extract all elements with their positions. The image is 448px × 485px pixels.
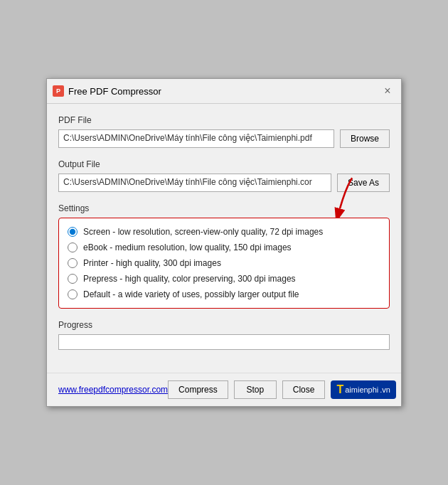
main-window: P Free PDF Compressor × PDF File C:\User… [46, 78, 402, 407]
radio-prepress-label: Prepress - high quality, color preservin… [83, 274, 296, 284]
radio-prepress[interactable] [68, 274, 78, 284]
output-file-label: Output File [58, 159, 390, 169]
radio-printer-label: Printer - high quality, 300 dpi images [83, 258, 221, 268]
save-as-button[interactable]: Save As [337, 174, 390, 192]
radio-default-label: Default - a wide variety of uses, possib… [83, 289, 299, 299]
logo-sub: .vn [380, 385, 390, 394]
radio-item-screen: Screen - low resolution, screen-view-onl… [68, 227, 380, 237]
logo-text: aimienphi [345, 385, 378, 394]
radio-screen-label: Screen - low resolution, screen-view-onl… [83, 227, 323, 237]
output-file-section: Output File C:\Users\ADMIN\OneDrive\Máy … [58, 159, 390, 192]
progress-section: Progress [58, 320, 390, 350]
radio-item-prepress: Prepress - high quality, color preservin… [68, 274, 380, 284]
website-link[interactable]: www.freepdfcompressor.com [58, 385, 168, 395]
output-file-input[interactable]: C:\Users\ADMIN\OneDrive\Máy tính\File cô… [58, 174, 331, 192]
app-icon: P [53, 85, 64, 97]
bottom-bar: www.freepdfcompressor.com Compress Stop … [47, 373, 401, 406]
pdf-file-input[interactable]: C:\Users\ADMIN\OneDrive\Máy tính\File cô… [58, 129, 334, 148]
settings-group: Screen - low resolution, screen-view-onl… [58, 218, 390, 309]
radio-default[interactable] [68, 289, 78, 299]
bottom-buttons: Compress Stop Close Taimienphi.vn [168, 380, 396, 399]
stop-button[interactable]: Stop [234, 380, 277, 399]
main-content: PDF File C:\Users\ADMIN\OneDrive\Máy tín… [47, 104, 401, 373]
title-bar-left: P Free PDF Compressor [53, 85, 161, 97]
settings-section: Settings Screen - low resolution, s [58, 203, 390, 309]
pdf-file-label: PDF File [58, 115, 390, 125]
settings-label: Settings [58, 203, 390, 213]
radio-ebook-label: eBook - medium resolution, low quality, … [83, 242, 292, 252]
progress-label: Progress [58, 320, 390, 330]
radio-item-ebook: eBook - medium resolution, low quality, … [68, 242, 380, 252]
pdf-file-section: PDF File C:\Users\ADMIN\OneDrive\Máy tín… [58, 115, 390, 148]
window-title: Free PDF Compressor [68, 86, 161, 97]
close-button[interactable]: Close [282, 380, 326, 399]
pdf-file-row: C:\Users\ADMIN\OneDrive\Máy tính\File cô… [58, 129, 390, 148]
output-file-row: C:\Users\ADMIN\OneDrive\Máy tính\File cô… [58, 174, 390, 192]
window-close-button[interactable]: × [380, 83, 395, 99]
radio-ebook[interactable] [68, 242, 78, 252]
radio-printer[interactable] [68, 258, 78, 268]
radio-item-printer: Printer - high quality, 300 dpi images [68, 258, 380, 268]
radio-item-default: Default - a wide variety of uses, possib… [68, 289, 380, 299]
logo-badge: Taimienphi.vn [331, 380, 396, 399]
progress-bar [58, 334, 390, 350]
browse-button[interactable]: Browse [340, 129, 390, 148]
title-bar: P Free PDF Compressor × [47, 79, 401, 104]
logo-t: T [336, 383, 343, 396]
compress-button[interactable]: Compress [168, 380, 228, 399]
settings-wrapper: Screen - low resolution, screen-view-onl… [58, 218, 390, 309]
radio-screen[interactable] [68, 227, 78, 237]
